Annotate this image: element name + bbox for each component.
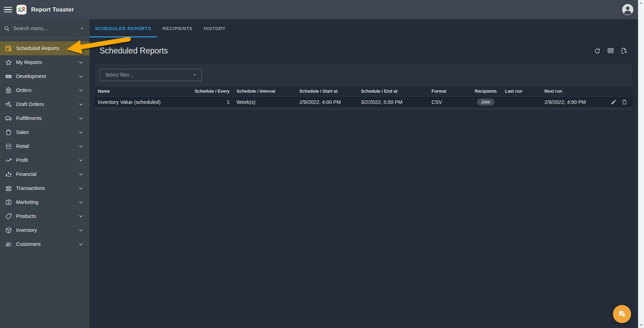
chevron-down-icon: [78, 115, 84, 121]
edit-icon[interactable]: [610, 99, 617, 105]
sidebar-item-label: Sales: [16, 129, 78, 135]
sidebar-item-products[interactable]: Products: [0, 209, 89, 223]
filter-select[interactable]: Select filter...: [100, 69, 202, 81]
sidebar-item-label: Customers: [16, 241, 78, 247]
sidebar-item-label: Development: [16, 73, 78, 79]
column-header-actions: [605, 86, 632, 96]
sidebar-item-label: Fulfillments: [16, 115, 78, 121]
sidebar-item-my-reports[interactable]: My Reports: [0, 55, 89, 69]
caret-down-icon: [79, 26, 85, 31]
sidebar-item-label: Scheduled Reports: [16, 45, 84, 51]
column-header-schedule-every[interactable]: Schedule / Every: [189, 86, 233, 96]
sidebar-item-draft-orders[interactable]: Draft Orders: [0, 97, 89, 111]
column-header-schedule-interval[interactable]: Schedule / Interval: [233, 86, 296, 96]
draft-wind-icon: [5, 101, 12, 108]
sidebar-item-financial[interactable]: Financial: [0, 167, 89, 181]
main-content: SCHEDULED REPORTSRECIPIENTSHISTORY Sched…: [89, 19, 638, 328]
account-avatar[interactable]: [622, 3, 634, 16]
menu-icon[interactable]: [3, 5, 13, 14]
scrollbar-track[interactable]: [638, 0, 644, 328]
sidebar-item-label: Marketing: [16, 199, 78, 205]
chevron-down-icon: [78, 87, 84, 93]
tab-history[interactable]: HISTORY: [198, 19, 231, 37]
sidebar-item-development[interactable]: DEV Development: [0, 69, 89, 83]
chevron-down-icon: [78, 185, 84, 191]
bank-icon: [5, 185, 12, 192]
sidebar: Search menu... Scheduled Reports My Repo…: [0, 19, 89, 328]
sidebar-item-label: Products: [16, 213, 78, 219]
scroll-down-arrow-icon[interactable]: [638, 322, 644, 328]
sidebar-item-sales[interactable]: Sales: [0, 125, 89, 139]
delete-icon[interactable]: [621, 99, 628, 105]
search-icon: [3, 25, 10, 32]
toolbar: [594, 47, 628, 55]
dev-badge-icon: DEV: [5, 73, 12, 80]
sidebar-item-transactions[interactable]: Transactions: [0, 181, 89, 195]
column-header-schedule-end-at[interactable]: Schedule / End at: [357, 86, 428, 96]
sidebar-item-label: Retail: [16, 143, 78, 149]
caret-down-icon: [192, 72, 197, 78]
star-icon: [5, 59, 12, 66]
chevron-down-icon: [78, 227, 84, 233]
sidebar-item-label: Orders: [16, 87, 78, 93]
sidebar-item-fulfillments[interactable]: Fulfillments: [0, 111, 89, 125]
svg-text:DEV: DEV: [7, 75, 11, 77]
column-header-schedule-start-at[interactable]: Schedule / Start at: [296, 86, 357, 96]
cell-start_at: 2/9/2022, 4:00 PM: [296, 97, 357, 107]
export-file-icon[interactable]: [620, 47, 628, 55]
sidebar-item-marketing[interactable]: Marketing: [0, 195, 89, 209]
column-header-recipients[interactable]: Recipients: [470, 86, 501, 96]
cell-end_at: 3/2/2022, 5:00 PM: [357, 97, 428, 107]
sidebar-item-label: Inventory: [16, 227, 78, 233]
cell-format: CSV: [428, 97, 470, 107]
chevron-down-icon: [78, 101, 84, 107]
sidebar-item-label: Profit: [16, 157, 78, 163]
scroll-up-arrow-icon[interactable]: [638, 0, 644, 6]
chevron-down-icon: [78, 157, 84, 163]
search-menu-input[interactable]: Search menu...: [0, 19, 89, 38]
tab-recipients[interactable]: RECIPIENTS: [157, 19, 198, 37]
waterfall-chart-icon: [5, 171, 12, 178]
people-icon: [5, 241, 12, 248]
column-header-next-run[interactable]: Next run: [541, 86, 605, 96]
sidebar-item-profit[interactable]: Profit: [0, 153, 89, 167]
column-header-format[interactable]: Format: [428, 86, 470, 96]
chat-bubbles-icon: [617, 309, 627, 319]
tab-scheduled-reports[interactable]: SCHEDULED REPORTS: [89, 19, 157, 37]
chevron-down-icon: [78, 199, 84, 205]
table-icon[interactable]: [607, 47, 614, 55]
chevron-down-icon: [78, 73, 84, 79]
badge-id-icon: [5, 199, 12, 206]
sidebar-item-orders[interactable]: Orders: [0, 83, 89, 97]
sidebar-item-label: Draft Orders: [16, 101, 78, 107]
sidebar-item-label: Transactions: [16, 185, 78, 191]
scheduled-reports-table: NameSchedule / EverySchedule / IntervalS…: [94, 86, 632, 108]
sidebar-item-inventory[interactable]: Inventory: [0, 223, 89, 237]
cell-next_run: 2/9/2022, 4:00 PM: [541, 97, 605, 107]
cube-icon: [5, 227, 12, 234]
column-header-name[interactable]: Name: [94, 86, 189, 96]
tab-bar: SCHEDULED REPORTSRECIPIENTSHISTORY: [89, 19, 638, 38]
sidebar-item-customers[interactable]: Customers: [0, 237, 89, 251]
app-title: Report Toaster: [31, 6, 74, 13]
trending-up-icon: [5, 157, 12, 164]
table-header-row: NameSchedule / EverySchedule / IntervalS…: [94, 86, 632, 97]
sidebar-item-retail[interactable]: Retail: [0, 139, 89, 153]
shopping-bag-icon: [5, 129, 12, 136]
chevron-down-icon: [78, 171, 84, 177]
refresh-icon[interactable]: [594, 47, 601, 55]
calendar-clock-icon: [5, 45, 12, 52]
sidebar-item-scheduled-reports[interactable]: Scheduled Reports: [0, 41, 89, 55]
chevron-down-icon: [78, 143, 84, 149]
cell-interval: Week(s): [233, 97, 296, 107]
order-search-icon: [5, 87, 12, 94]
page-title: Scheduled Reports: [100, 46, 594, 56]
app-header: Report Toaster: [0, 0, 638, 19]
cell-actions: [605, 97, 632, 107]
column-header-last-run[interactable]: Last run: [501, 86, 541, 96]
chat-button[interactable]: [613, 305, 631, 323]
chevron-down-icon: [78, 129, 84, 135]
cell-every: 1: [189, 97, 233, 107]
truck-icon: [5, 115, 12, 122]
recipient-pill: John: [477, 99, 494, 106]
